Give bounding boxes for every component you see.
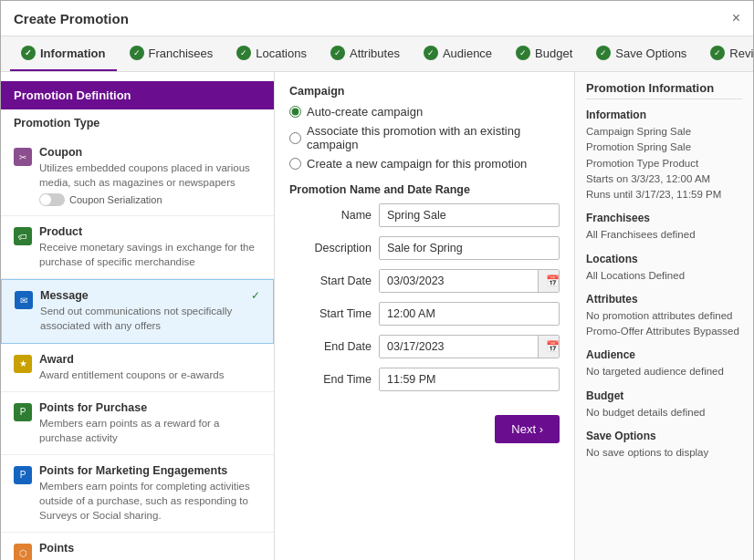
tab-audience[interactable]: ✓Audience [413, 36, 503, 71]
middle-panel: Campaign Auto-create campaignAssociate t… [275, 72, 575, 560]
radio-auto[interactable] [289, 106, 301, 118]
input-end-date[interactable] [380, 336, 538, 358]
close-button[interactable]: × [732, 10, 740, 26]
right-sub-title-attributes: Attributes [586, 293, 742, 306]
campaign-option-associate[interactable]: Associate this promotion with an existin… [289, 124, 560, 151]
right-sub-title-budget: Budget [586, 389, 742, 402]
right-text-line: Runs until 3/17/23, 11:59 PM [586, 187, 742, 202]
product-icon: 🏷 [14, 227, 32, 245]
points-purchase-icon: P [14, 403, 32, 421]
field-end-time: End Time [289, 368, 560, 391]
promo-type-points-purchase[interactable]: PPoints for PurchaseMembers earn points … [1, 392, 274, 455]
input-start-time[interactable] [379, 302, 560, 326]
create-promotion-modal: Create Promotion × ✓Information✓Franchis… [0, 0, 754, 560]
form-section-label: Promotion Name and Date Range [289, 183, 560, 196]
tab-locations[interactable]: ✓Locations [225, 36, 318, 71]
promo-type-product[interactable]: 🏷ProductReceive monetary savings in exch… [1, 216, 274, 279]
input-description[interactable] [379, 236, 560, 260]
points-purchase-desc: Members earn points as a reward for a pu… [39, 416, 261, 445]
coupon-icon: ✂ [14, 148, 32, 166]
modal-body: Promotion Definition Promotion Type ✂Cou… [1, 72, 753, 560]
coupon-desc: Utilizes embedded coupons placed in vari… [39, 161, 261, 190]
date-input-wrapper: 📅 [379, 335, 560, 358]
calendar-icon[interactable]: 📅 [538, 270, 560, 292]
tab-label-save-options: Save Options [615, 47, 686, 60]
field-start-date: Start Date📅 [289, 269, 560, 293]
points-marketing-content: Points for Marketing EngagementsMembers … [39, 464, 261, 523]
tab-information[interactable]: ✓Information [10, 36, 117, 71]
points-purchase-name: Points for Purchase [39, 401, 261, 414]
product-content: ProductReceive monetary savings in excha… [39, 225, 261, 269]
product-name: Product [39, 225, 261, 238]
tab-label-information: Information [40, 47, 106, 60]
right-text-line: All Franchisees defined [586, 227, 742, 243]
tab-budget[interactable]: ✓Budget [505, 36, 583, 71]
right-text-line: Promotion Type Product [586, 156, 742, 171]
tabs-bar: ✓Information✓Franchisees✓Locations✓Attri… [1, 36, 753, 72]
right-text-line: All Locations Defined [586, 268, 742, 284]
award-name: Award [39, 353, 261, 366]
modal-title: Create Promotion [14, 11, 129, 26]
tab-franchisees[interactable]: ✓Franchisees [119, 36, 225, 71]
message-content: MessageSend out communications not speci… [40, 289, 244, 333]
label-start-date: Start Date [289, 275, 372, 287]
tab-label-franchisees: Franchisees [149, 47, 214, 60]
form-fields: NameDescriptionStart Date📅Start TimeEnd … [289, 203, 560, 391]
right-text-line: No save options to display [586, 445, 742, 461]
radio-create[interactable] [289, 158, 301, 170]
right-sub-title-franchisees: Franchisees [586, 212, 742, 224]
next-button[interactable]: Next › [495, 415, 560, 443]
promo-type-points-marketing[interactable]: PPoints for Marketing EngagementsMembers… [1, 455, 274, 533]
toggle-label: Coupon Serialization [69, 194, 162, 205]
tab-check-icon-franchisees: ✓ [130, 46, 144, 60]
promotion-info-title: Promotion Information [586, 81, 742, 99]
campaign-option-auto[interactable]: Auto-create campaign [289, 105, 560, 119]
promo-type-coupon[interactable]: ✂CouponUtilizes embedded coupons placed … [1, 137, 274, 216]
tab-label-attributes: Attributes [350, 47, 400, 60]
radio-associate[interactable] [289, 132, 301, 144]
promo-type-points[interactable]: ⬡PointsAward a defined number of points … [1, 533, 274, 560]
promo-types-list: ✂CouponUtilizes embedded coupons placed … [1, 137, 274, 560]
coupon-content: CouponUtilizes embedded coupons placed i… [39, 146, 261, 206]
coupon-serialization-toggle[interactable]: Coupon Serialization [39, 193, 261, 206]
points-icon: ⬡ [14, 544, 32, 560]
tab-review[interactable]: ✓Review [699, 36, 754, 71]
left-panel: Promotion Definition Promotion Type ✂Cou… [1, 72, 275, 560]
points-desc: Award a defined number of points to loya… [39, 556, 261, 560]
points-marketing-desc: Members earn points for completing activ… [39, 479, 261, 523]
award-icon: ★ [14, 355, 32, 373]
right-subsections: InformationCampaign Spring SalePromotion… [586, 109, 742, 461]
input-end-time[interactable] [379, 368, 560, 391]
promo-type-award[interactable]: ★AwardAward entitlement coupons or e-awa… [1, 344, 274, 392]
input-start-date[interactable] [380, 270, 538, 292]
points-name: Points [39, 542, 261, 555]
tab-label-budget: Budget [535, 47, 572, 60]
campaign-label: Campaign [289, 85, 560, 98]
tab-check-icon-save-options: ✓ [596, 46, 611, 60]
toggle-switch[interactable] [39, 193, 65, 206]
promotion-definition-header: Promotion Definition [1, 81, 274, 109]
right-sub-title-audience: Audience [586, 348, 742, 361]
right-text-line: Starts on 3/3/23, 12:00 AM [586, 171, 742, 187]
campaign-options: Auto-create campaignAssociate this promo… [289, 105, 560, 171]
promo-type-message[interactable]: ✉MessageSend out communications not spec… [1, 279, 274, 343]
label-name: Name [289, 209, 372, 222]
tab-attributes[interactable]: ✓Attributes [319, 36, 411, 71]
right-text-line: Promotion Spring Sale [586, 140, 742, 155]
message-name: Message [40, 289, 244, 302]
tab-save-options[interactable]: ✓Save Options [585, 36, 697, 71]
award-content: AwardAward entitlement coupons or e-awar… [39, 353, 261, 382]
right-sub-title-locations: Locations [586, 253, 742, 265]
modal-header: Create Promotion × [1, 1, 753, 36]
right-text-line: Campaign Spring Sale [586, 124, 742, 140]
tab-label-locations: Locations [256, 47, 307, 60]
message-desc: Send out communications not specifically… [40, 304, 244, 333]
label-start-time: Start Time [289, 307, 372, 320]
campaign-option-create[interactable]: Create a new campaign for this promotion [289, 157, 560, 171]
input-name[interactable] [379, 203, 560, 227]
calendar-icon[interactable]: 📅 [538, 336, 560, 358]
label-description: Description [289, 242, 372, 254]
tab-check-icon-locations: ✓ [236, 46, 251, 60]
field-start-time: Start Time [289, 302, 560, 326]
right-text-line: No targeted audience defined [586, 364, 742, 379]
